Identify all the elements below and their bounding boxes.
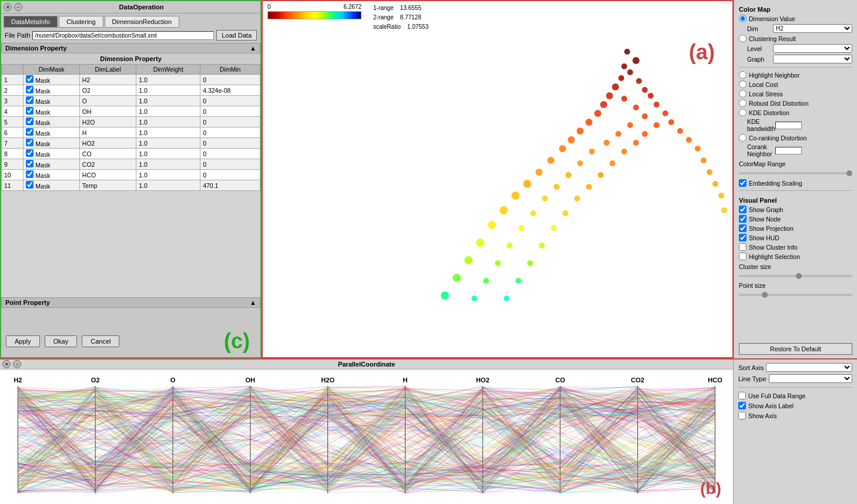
mask-checkbox[interactable] xyxy=(26,170,34,178)
sort-axis-select[interactable] xyxy=(766,363,852,372)
minimize-btn-parallel[interactable]: ○ xyxy=(13,360,21,368)
scatter-canvas[interactable]: (a) xyxy=(263,34,732,357)
row-weight: 1.0 xyxy=(136,106,200,117)
close-btn-left[interactable]: ✕ xyxy=(4,3,12,11)
show-graph-checkbox[interactable] xyxy=(739,206,746,213)
parallel-canvas[interactable]: H2O2OOHH2OHHO2COCO2HCO (b) xyxy=(0,369,733,504)
close-btn-parallel[interactable]: ✕ xyxy=(2,360,11,368)
mask-checkbox[interactable] xyxy=(26,96,34,104)
radio-clustering-input[interactable] xyxy=(739,35,746,42)
radio-highlight-input[interactable] xyxy=(739,71,746,79)
embedding-scaling-checkbox[interactable] xyxy=(739,179,746,187)
file-path-input[interactable]: /nusenl/Dropbox/dataSet/combustionSmall.… xyxy=(32,31,214,40)
show-projection-row[interactable]: Show Projection xyxy=(739,224,852,232)
show-cluster-info-row[interactable]: Show Cluster Info xyxy=(739,243,852,251)
svg-point-35 xyxy=(610,160,615,166)
radio-robustdist[interactable]: Robust Dist Distortion xyxy=(739,99,852,107)
mask-checkbox[interactable] xyxy=(26,139,34,146)
row-mask[interactable]: Mask xyxy=(24,75,79,85)
row-mask[interactable]: Mask xyxy=(24,96,79,106)
show-projection-checkbox[interactable] xyxy=(739,224,746,232)
tab-clustering[interactable]: Clustering xyxy=(59,16,103,28)
svg-point-6 xyxy=(612,83,619,90)
svg-point-5 xyxy=(636,78,642,84)
show-axis-label-row[interactable]: Show Axis Label xyxy=(738,402,852,409)
mask-checkbox[interactable] xyxy=(26,86,34,93)
radio-highlight-neighbor[interactable]: Highlight Neighbor xyxy=(739,71,852,79)
show-axis-row[interactable]: Show Axis xyxy=(738,412,852,419)
colormap-range-slider[interactable] xyxy=(739,169,852,177)
radio-robustdist-input[interactable] xyxy=(739,99,746,107)
row-mask[interactable]: Mask xyxy=(24,170,79,180)
svg-point-43 xyxy=(586,184,592,190)
table-row: 9 Mask CO2 1.0 0 xyxy=(2,159,260,170)
load-data-button[interactable]: Load Data xyxy=(216,30,257,41)
use-full-range-checkbox[interactable] xyxy=(738,392,746,399)
cancel-button[interactable]: Cancel xyxy=(82,335,119,347)
svg-text:O2: O2 xyxy=(91,377,100,384)
minimize-btn-left[interactable]: − xyxy=(14,3,22,11)
mask-checkbox[interactable] xyxy=(26,160,34,167)
show-axis-label-checkbox[interactable] xyxy=(738,402,746,409)
range2-val: 8.77128 xyxy=(400,14,421,21)
mask-checkbox[interactable] xyxy=(26,75,34,83)
tab-dimensionreduction[interactable]: DimensionReduction xyxy=(105,16,180,28)
mask-checkbox[interactable] xyxy=(26,117,34,125)
level-select[interactable] xyxy=(773,44,852,53)
point-size-slider[interactable] xyxy=(739,291,852,299)
row-mask[interactable]: Mask xyxy=(24,117,79,127)
show-hud-row[interactable]: Show HUD xyxy=(739,234,852,241)
row-mask[interactable]: Mask xyxy=(24,85,79,96)
radio-kdedistortion-input[interactable] xyxy=(739,109,746,116)
col-dimmin: DimMin xyxy=(200,65,260,75)
radio-coranking[interactable]: Co-ranking Distortion xyxy=(739,134,852,142)
row-weight: 1.0 xyxy=(136,96,200,106)
embedding-scaling-row[interactable]: Embedding Scaling xyxy=(739,179,852,187)
restore-default-button[interactable]: Restore To Default xyxy=(739,343,852,355)
row-mask[interactable]: Mask xyxy=(24,149,79,159)
line-type-select[interactable] xyxy=(769,374,852,383)
row-mask[interactable]: Mask xyxy=(24,106,79,117)
mask-checkbox[interactable] xyxy=(26,181,34,189)
corank-neighbor-input[interactable]: 80 xyxy=(775,147,802,154)
radio-localstress-input[interactable] xyxy=(739,90,746,98)
radio-kdedistortion[interactable]: KDE Distortion xyxy=(739,109,852,116)
row-mask[interactable]: Mask xyxy=(24,127,79,138)
use-full-range-row[interactable]: Use Full Data Range xyxy=(738,392,852,399)
mask-checkbox[interactable] xyxy=(26,149,34,157)
tab-datametainfo[interactable]: DataMetaInfo xyxy=(4,16,58,28)
okay-button[interactable]: Okay xyxy=(45,335,78,347)
svg-text:H: H xyxy=(403,377,407,384)
radio-coranking-input[interactable] xyxy=(739,134,746,142)
show-node-checkbox[interactable] xyxy=(739,215,746,223)
highlight-selection-row[interactable]: Highlight Selection xyxy=(739,253,852,260)
row-mask[interactable]: Mask xyxy=(24,159,79,170)
cluster-size-slider[interactable] xyxy=(739,272,852,280)
table-row: 8 Mask CO 1.0 0 xyxy=(2,149,260,159)
dim-select[interactable]: H2 xyxy=(773,24,852,33)
mask-checkbox[interactable] xyxy=(26,128,34,136)
radio-dimvalue[interactable]: Dimension Value xyxy=(739,15,852,22)
kde-bandwidth-input[interactable]: 0.4 xyxy=(775,122,802,129)
radio-localstress[interactable]: Local Stress xyxy=(739,90,852,98)
highlight-selection-checkbox[interactable] xyxy=(739,253,746,260)
mask-checkbox[interactable] xyxy=(26,107,34,115)
radio-localcost[interactable]: Local Cost xyxy=(739,80,852,88)
radio-localcost-input[interactable] xyxy=(739,80,746,88)
show-cluster-info-checkbox[interactable] xyxy=(739,243,746,251)
show-node-row[interactable]: Show Node xyxy=(739,215,852,223)
radio-dimvalue-input[interactable] xyxy=(739,15,746,22)
scatter-header: 0 6.2672 1-range 13.6555 2-range 8.77128… xyxy=(263,1,732,34)
show-graph-row[interactable]: Show Graph xyxy=(739,206,852,213)
show-hud-checkbox[interactable] xyxy=(739,234,746,241)
level-row: Level xyxy=(747,44,852,53)
apply-button[interactable]: Apply xyxy=(6,335,40,347)
row-mask[interactable]: Mask xyxy=(24,180,79,191)
graph-select[interactable] xyxy=(773,55,852,63)
radio-clustering[interactable]: Clustering Result xyxy=(739,35,852,42)
dim-table-scroll[interactable]: DimMask DimLabel DimWeight DimMin 1 Mask… xyxy=(1,64,260,297)
show-axis-checkbox[interactable] xyxy=(738,412,746,419)
row-mask[interactable]: Mask xyxy=(24,138,79,149)
row-weight: 1.0 xyxy=(136,85,200,96)
file-label: File Path xyxy=(5,32,30,39)
